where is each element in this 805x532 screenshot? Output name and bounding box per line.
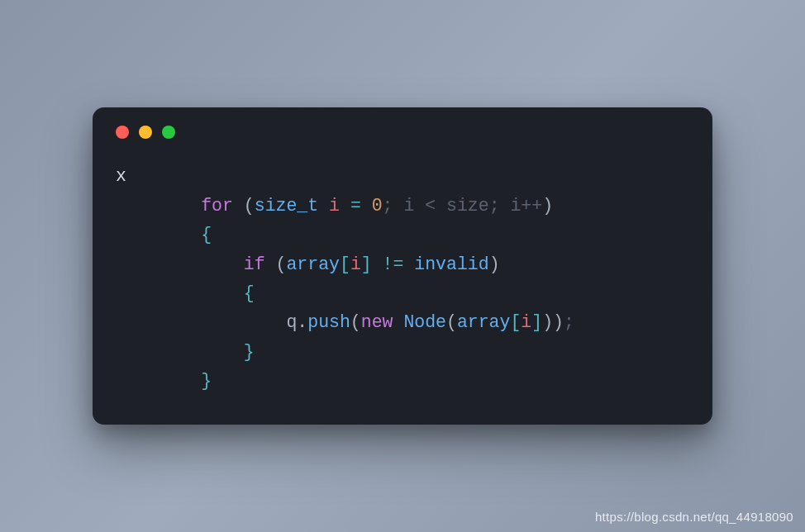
brace-close: }	[201, 371, 212, 391]
kw-new: new	[361, 312, 393, 332]
idx-i: i	[350, 254, 361, 274]
paren: (	[265, 254, 287, 274]
idx-i: i	[521, 312, 531, 332]
code-area: x for (size_t i = 0; i < size; i++) { if…	[93, 154, 712, 397]
call-push: push	[307, 312, 350, 332]
traffic-lights	[93, 107, 712, 154]
paren-close: )	[542, 196, 553, 216]
paren: (	[446, 312, 457, 332]
incr: i++	[500, 196, 543, 216]
semi: ;	[564, 312, 574, 332]
kw-for: for	[201, 196, 233, 216]
cond: i < size;	[393, 196, 500, 216]
ident-invalid: invalid	[414, 254, 488, 274]
semi: ;	[383, 196, 393, 216]
brace-open: {	[201, 225, 212, 245]
op-neq: !=	[372, 254, 415, 274]
bracket: ]	[531, 312, 542, 332]
watermark: https://blog.csdn.net/qq_44918090	[595, 510, 793, 524]
type-size_t: size_t	[255, 196, 318, 216]
paren-close: )	[553, 312, 564, 332]
bracket: ]	[361, 254, 372, 274]
paren: (	[233, 196, 255, 216]
minimize-icon[interactable]	[139, 126, 152, 139]
space	[393, 312, 403, 332]
type-node: Node	[403, 312, 446, 332]
code-window: x for (size_t i = 0; i < size; i++) { if…	[93, 107, 712, 425]
paren-close: )	[489, 254, 500, 274]
paren-close: )	[542, 312, 553, 332]
ident-array: array	[457, 312, 511, 332]
kw-if: if	[244, 254, 265, 274]
close-icon[interactable]	[116, 126, 129, 139]
brace-open: {	[244, 283, 255, 303]
maximize-icon[interactable]	[162, 126, 175, 139]
bracket: [	[340, 254, 350, 274]
dot: .	[297, 312, 307, 332]
ident-array: array	[286, 254, 340, 274]
var-i: i	[318, 196, 340, 216]
ident-q: q	[286, 312, 297, 332]
code-marker: x	[116, 166, 126, 186]
op-assign: =	[340, 196, 372, 216]
num-zero: 0	[372, 196, 383, 216]
brace-close: }	[244, 342, 255, 362]
paren: (	[350, 312, 361, 332]
bracket: [	[510, 312, 521, 332]
